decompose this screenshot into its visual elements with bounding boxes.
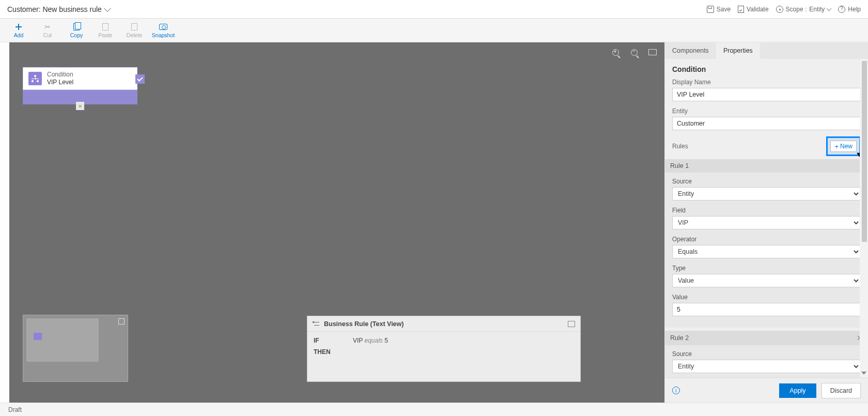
if-expression: VIP equals 5 [353, 337, 388, 344]
copy-label: Copy [70, 32, 83, 38]
add-button[interactable]: Add [6, 20, 31, 41]
rules-label: Rules [672, 143, 688, 150]
rule1-source-label: Source [672, 178, 861, 185]
delete-label: Delete [127, 32, 142, 38]
rule1-source-select[interactable]: Entity [672, 187, 861, 201]
toolbar: Add ✂ Cut Copy Paste Delete Snapshot [0, 19, 868, 42]
copy-icon [73, 23, 80, 30]
tab-components[interactable]: Components [665, 42, 716, 59]
panel-tabs: Components Properties [665, 42, 868, 59]
snapshot-label: Snapshot [152, 32, 175, 38]
rules-header: Rules + New [672, 136, 861, 156]
text-view-body: IF VIP equals 5 THEN [307, 332, 580, 365]
title-main: New business rule [42, 5, 101, 13]
display-name-input[interactable] [672, 88, 861, 101]
rule2-source-label: Source [672, 350, 861, 358]
scrollbar-thumb[interactable] [862, 61, 867, 242]
minimap-expand-icon[interactable] [118, 318, 125, 325]
snapshot-button[interactable]: Snapshot [151, 20, 176, 41]
rule-2-header[interactable]: Rule 2 ✕ [665, 331, 868, 345]
zoom-in-button[interactable] [611, 48, 620, 57]
new-rule-label: New [840, 143, 853, 150]
display-name-field: Display Name [672, 79, 861, 101]
panel-scrollbar[interactable] [860, 59, 868, 378]
if-keyword: IF [314, 337, 334, 344]
condition-false-output[interactable]: ✕ [76, 102, 84, 110]
fit-icon [648, 49, 657, 55]
info-icon[interactable]: i [672, 387, 680, 394]
minimap-node-icon [34, 333, 42, 340]
cut-button[interactable]: ✂ Cut [35, 20, 60, 41]
page-title: Customer: New business rule [7, 5, 102, 13]
header-title-group[interactable]: Customer: New business rule [7, 5, 110, 13]
status-text: Draft [8, 406, 22, 413]
save-button[interactable]: Save [707, 6, 731, 13]
minimap-viewport[interactable] [26, 318, 99, 362]
rule1-operator-select[interactable]: Equals [672, 245, 861, 258]
panel-footer: i Apply Discard [665, 378, 868, 403]
camera-icon [159, 24, 167, 30]
expr-field: VIP [353, 337, 363, 344]
properties-panel: Components Properties Condition Display … [664, 42, 868, 403]
entity-input[interactable] [672, 117, 861, 130]
paste-button[interactable]: Paste [93, 20, 118, 41]
rule-2-body: Source Entity Field [665, 345, 868, 378]
rule1-type-label: Type [672, 265, 861, 272]
condition-true-output[interactable] [135, 74, 145, 84]
rule-1-body: Source Entity Field VIP Operator Equals … [665, 173, 868, 328]
rule2-source-select[interactable]: Entity [672, 360, 861, 373]
condition-name: VIP Level [47, 79, 73, 86]
copy-button[interactable]: Copy [64, 20, 89, 41]
discard-button[interactable]: Discard [822, 383, 861, 398]
help-button[interactable]: Help [838, 6, 861, 13]
scope-label: Scope : [786, 6, 807, 13]
scroll-down-icon[interactable] [861, 372, 866, 377]
expand-icon[interactable] [568, 321, 575, 327]
rule1-field-select[interactable]: VIP [672, 216, 861, 229]
scope-value: Entity [809, 6, 825, 13]
zoom-out-button[interactable] [629, 48, 639, 57]
then-keyword: THEN [314, 348, 334, 356]
zoom-out-icon [631, 49, 638, 56]
cut-label: Cut [43, 32, 52, 38]
status-bar: Draft [0, 403, 868, 416]
validate-button[interactable]: Validate [738, 6, 768, 13]
rule1-operator-label: Operator [672, 236, 861, 243]
add-label: Add [14, 32, 24, 38]
minimap[interactable] [23, 315, 128, 382]
scope-icon [776, 6, 783, 13]
design-canvas[interactable]: Condition VIP Level ✕ Business Rule (Tex… [9, 42, 664, 403]
validate-icon [738, 6, 744, 13]
condition-icon [28, 72, 42, 85]
tab-properties[interactable]: Properties [716, 42, 760, 59]
entity-field: Entity [672, 107, 861, 130]
paste-label: Paste [99, 32, 113, 38]
text-view-title: Business Rule (Text View) [324, 320, 404, 328]
rule-2-title: Rule 2 [670, 334, 689, 342]
canvas-wrapper: Condition VIP Level ✕ Business Rule (Tex… [0, 42, 664, 403]
app-header: Customer: New business rule Save Validat… [0, 0, 868, 19]
zoom-in-icon [612, 49, 619, 56]
new-rule-button[interactable]: + New [830, 141, 857, 152]
rule-1-title: Rule 1 [670, 162, 689, 170]
plus-icon: + [834, 143, 839, 150]
condition-node[interactable]: Condition VIP Level ✕ [23, 67, 137, 104]
scissors-icon: ✂ [43, 23, 52, 31]
expr-value: 5 [384, 337, 388, 344]
apply-button[interactable]: Apply [779, 383, 816, 398]
chevron-down-icon[interactable] [104, 4, 111, 11]
condition-node-header[interactable]: Condition VIP Level [23, 67, 137, 90]
rule1-value-input[interactable] [672, 303, 861, 316]
text-view-header[interactable]: Business Rule (Text View) [307, 316, 580, 332]
validate-label: Validate [747, 6, 768, 13]
scope-selector[interactable]: Scope : Entity [776, 6, 831, 13]
delete-icon [131, 23, 137, 30]
rule-1-header[interactable]: Rule 1 [665, 159, 868, 173]
rule1-value-label: Value [672, 294, 861, 301]
entity-label: Entity [672, 107, 861, 115]
fit-screen-button[interactable] [648, 48, 657, 57]
plus-icon [15, 23, 22, 30]
rule1-type-select[interactable]: Value [672, 274, 861, 287]
workspace: Condition VIP Level ✕ Business Rule (Tex… [0, 42, 868, 403]
delete-button[interactable]: Delete [122, 20, 147, 41]
